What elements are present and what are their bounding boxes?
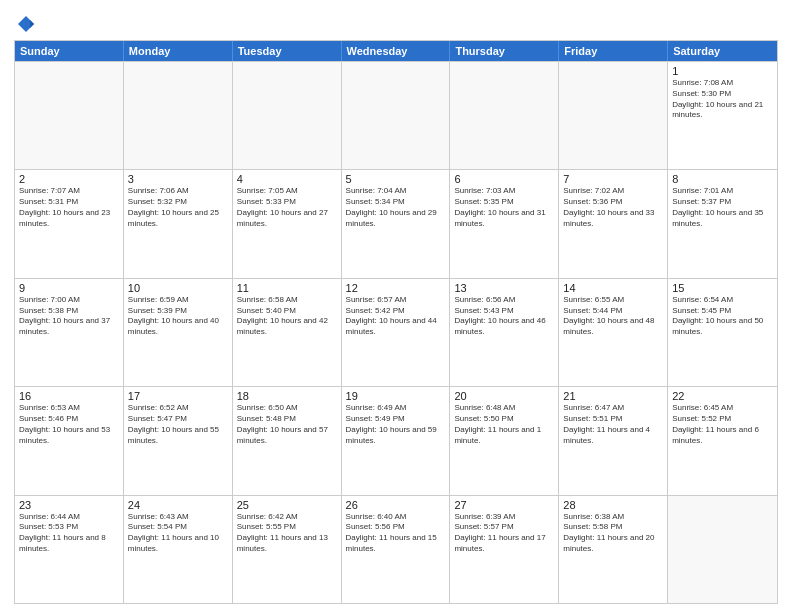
day-number: 27 — [454, 499, 554, 511]
svg-marker-1 — [30, 20, 34, 28]
calendar-cell: 10Sunrise: 6:59 AMSunset: 5:39 PMDayligh… — [124, 279, 233, 386]
calendar-body: 1Sunrise: 7:08 AMSunset: 5:30 PMDaylight… — [15, 61, 777, 603]
day-number: 26 — [346, 499, 446, 511]
day-info: Sunrise: 7:08 AMSunset: 5:30 PMDaylight:… — [672, 78, 773, 121]
weekday-header: Friday — [559, 41, 668, 61]
logo-icon — [16, 14, 36, 34]
day-info: Sunrise: 6:38 AMSunset: 5:58 PMDaylight:… — [563, 512, 663, 555]
day-info: Sunrise: 7:07 AMSunset: 5:31 PMDaylight:… — [19, 186, 119, 229]
day-number: 25 — [237, 499, 337, 511]
day-number: 7 — [563, 173, 663, 185]
day-info: Sunrise: 6:53 AMSunset: 5:46 PMDaylight:… — [19, 403, 119, 446]
day-number: 19 — [346, 390, 446, 402]
day-number: 20 — [454, 390, 554, 402]
calendar-cell — [342, 62, 451, 169]
day-info: Sunrise: 6:48 AMSunset: 5:50 PMDaylight:… — [454, 403, 554, 446]
calendar-cell — [559, 62, 668, 169]
day-info: Sunrise: 7:04 AMSunset: 5:34 PMDaylight:… — [346, 186, 446, 229]
day-info: Sunrise: 6:40 AMSunset: 5:56 PMDaylight:… — [346, 512, 446, 555]
weekday-header: Saturday — [668, 41, 777, 61]
calendar-cell: 18Sunrise: 6:50 AMSunset: 5:48 PMDayligh… — [233, 387, 342, 494]
calendar-header: SundayMondayTuesdayWednesdayThursdayFrid… — [15, 41, 777, 61]
day-info: Sunrise: 6:42 AMSunset: 5:55 PMDaylight:… — [237, 512, 337, 555]
calendar-cell: 24Sunrise: 6:43 AMSunset: 5:54 PMDayligh… — [124, 496, 233, 603]
calendar-cell: 25Sunrise: 6:42 AMSunset: 5:55 PMDayligh… — [233, 496, 342, 603]
calendar-cell — [124, 62, 233, 169]
day-number: 4 — [237, 173, 337, 185]
day-number: 9 — [19, 282, 119, 294]
day-info: Sunrise: 6:49 AMSunset: 5:49 PMDaylight:… — [346, 403, 446, 446]
day-number: 1 — [672, 65, 773, 77]
day-number: 14 — [563, 282, 663, 294]
calendar-cell: 8Sunrise: 7:01 AMSunset: 5:37 PMDaylight… — [668, 170, 777, 277]
day-number: 24 — [128, 499, 228, 511]
calendar-cell: 12Sunrise: 6:57 AMSunset: 5:42 PMDayligh… — [342, 279, 451, 386]
calendar-cell: 7Sunrise: 7:02 AMSunset: 5:36 PMDaylight… — [559, 170, 668, 277]
calendar-cell: 22Sunrise: 6:45 AMSunset: 5:52 PMDayligh… — [668, 387, 777, 494]
day-info: Sunrise: 6:47 AMSunset: 5:51 PMDaylight:… — [563, 403, 663, 446]
day-info: Sunrise: 6:52 AMSunset: 5:47 PMDaylight:… — [128, 403, 228, 446]
day-number: 5 — [346, 173, 446, 185]
day-number: 3 — [128, 173, 228, 185]
logo — [14, 14, 36, 34]
day-number: 13 — [454, 282, 554, 294]
day-number: 2 — [19, 173, 119, 185]
calendar-row: 16Sunrise: 6:53 AMSunset: 5:46 PMDayligh… — [15, 386, 777, 494]
day-info: Sunrise: 7:05 AMSunset: 5:33 PMDaylight:… — [237, 186, 337, 229]
calendar-cell: 15Sunrise: 6:54 AMSunset: 5:45 PMDayligh… — [668, 279, 777, 386]
calendar-cell: 20Sunrise: 6:48 AMSunset: 5:50 PMDayligh… — [450, 387, 559, 494]
day-number: 15 — [672, 282, 773, 294]
day-number: 22 — [672, 390, 773, 402]
weekday-header: Monday — [124, 41, 233, 61]
calendar: SundayMondayTuesdayWednesdayThursdayFrid… — [14, 40, 778, 604]
day-number: 8 — [672, 173, 773, 185]
day-info: Sunrise: 6:43 AMSunset: 5:54 PMDaylight:… — [128, 512, 228, 555]
day-number: 10 — [128, 282, 228, 294]
day-number: 18 — [237, 390, 337, 402]
calendar-cell: 1Sunrise: 7:08 AMSunset: 5:30 PMDaylight… — [668, 62, 777, 169]
day-info: Sunrise: 7:02 AMSunset: 5:36 PMDaylight:… — [563, 186, 663, 229]
calendar-cell: 21Sunrise: 6:47 AMSunset: 5:51 PMDayligh… — [559, 387, 668, 494]
day-info: Sunrise: 7:01 AMSunset: 5:37 PMDaylight:… — [672, 186, 773, 229]
calendar-cell: 23Sunrise: 6:44 AMSunset: 5:53 PMDayligh… — [15, 496, 124, 603]
calendar-cell: 6Sunrise: 7:03 AMSunset: 5:35 PMDaylight… — [450, 170, 559, 277]
calendar-cell: 5Sunrise: 7:04 AMSunset: 5:34 PMDaylight… — [342, 170, 451, 277]
day-info: Sunrise: 7:00 AMSunset: 5:38 PMDaylight:… — [19, 295, 119, 338]
day-info: Sunrise: 6:59 AMSunset: 5:39 PMDaylight:… — [128, 295, 228, 338]
day-info: Sunrise: 6:55 AMSunset: 5:44 PMDaylight:… — [563, 295, 663, 338]
day-info: Sunrise: 6:56 AMSunset: 5:43 PMDaylight:… — [454, 295, 554, 338]
weekday-header: Tuesday — [233, 41, 342, 61]
day-number: 12 — [346, 282, 446, 294]
day-info: Sunrise: 7:06 AMSunset: 5:32 PMDaylight:… — [128, 186, 228, 229]
day-info: Sunrise: 6:45 AMSunset: 5:52 PMDaylight:… — [672, 403, 773, 446]
calendar-cell: 2Sunrise: 7:07 AMSunset: 5:31 PMDaylight… — [15, 170, 124, 277]
calendar-cell: 9Sunrise: 7:00 AMSunset: 5:38 PMDaylight… — [15, 279, 124, 386]
weekday-header: Sunday — [15, 41, 124, 61]
calendar-cell: 28Sunrise: 6:38 AMSunset: 5:58 PMDayligh… — [559, 496, 668, 603]
day-info: Sunrise: 6:57 AMSunset: 5:42 PMDaylight:… — [346, 295, 446, 338]
calendar-cell — [668, 496, 777, 603]
calendar-cell: 11Sunrise: 6:58 AMSunset: 5:40 PMDayligh… — [233, 279, 342, 386]
calendar-cell — [450, 62, 559, 169]
day-number: 28 — [563, 499, 663, 511]
day-number: 11 — [237, 282, 337, 294]
calendar-cell: 27Sunrise: 6:39 AMSunset: 5:57 PMDayligh… — [450, 496, 559, 603]
calendar-row: 9Sunrise: 7:00 AMSunset: 5:38 PMDaylight… — [15, 278, 777, 386]
calendar-cell: 17Sunrise: 6:52 AMSunset: 5:47 PMDayligh… — [124, 387, 233, 494]
day-number: 16 — [19, 390, 119, 402]
calendar-cell: 3Sunrise: 7:06 AMSunset: 5:32 PMDaylight… — [124, 170, 233, 277]
calendar-cell: 13Sunrise: 6:56 AMSunset: 5:43 PMDayligh… — [450, 279, 559, 386]
page: SundayMondayTuesdayWednesdayThursdayFrid… — [0, 0, 792, 612]
day-info: Sunrise: 7:03 AMSunset: 5:35 PMDaylight:… — [454, 186, 554, 229]
calendar-cell: 19Sunrise: 6:49 AMSunset: 5:49 PMDayligh… — [342, 387, 451, 494]
day-info: Sunrise: 6:50 AMSunset: 5:48 PMDaylight:… — [237, 403, 337, 446]
day-info: Sunrise: 6:39 AMSunset: 5:57 PMDaylight:… — [454, 512, 554, 555]
weekday-header: Wednesday — [342, 41, 451, 61]
calendar-row: 1Sunrise: 7:08 AMSunset: 5:30 PMDaylight… — [15, 61, 777, 169]
calendar-row: 23Sunrise: 6:44 AMSunset: 5:53 PMDayligh… — [15, 495, 777, 603]
day-number: 17 — [128, 390, 228, 402]
calendar-cell — [233, 62, 342, 169]
weekday-header: Thursday — [450, 41, 559, 61]
day-info: Sunrise: 6:54 AMSunset: 5:45 PMDaylight:… — [672, 295, 773, 338]
calendar-cell: 26Sunrise: 6:40 AMSunset: 5:56 PMDayligh… — [342, 496, 451, 603]
